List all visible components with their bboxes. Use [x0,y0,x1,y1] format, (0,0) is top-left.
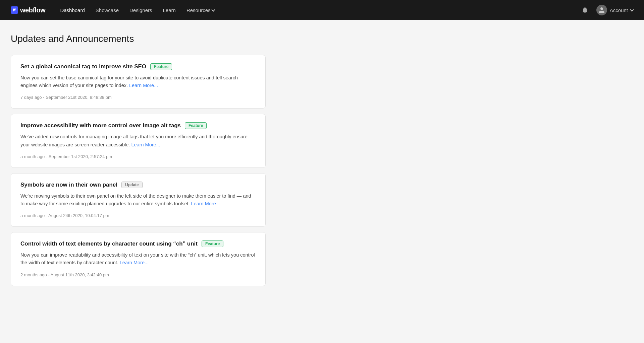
main-content: Updates and Announcements Set a global c… [0,20,302,299]
card-header-2: Improve accessibility with more control … [20,122,256,129]
learn-more-link-2[interactable]: Learn More... [131,142,160,147]
card-title-4: Control width of text elements by charac… [20,241,198,247]
card-timestamp-1: 7 days ago - September 21st 2020, 8:48:3… [20,95,112,100]
account-button[interactable]: Account [596,5,633,15]
webflow-logo-icon [11,6,18,14]
bell-icon [581,6,589,14]
learn-more-link-3[interactable]: Learn More... [191,201,220,206]
logo[interactable]: webflow [11,6,45,14]
nav-link-showcase[interactable]: Showcase [92,5,123,15]
avatar [596,5,607,15]
logo-text: webflow [20,6,45,14]
account-label: Account [610,7,628,13]
card-title-3: Symbols are now in their own panel [20,182,117,188]
card-timestamp-4: 2 months ago - August 11th 2020, 3:42:40… [20,272,109,277]
announcement-card-2: Improve accessibility with more control … [11,114,266,167]
card-body-3: We're moving symbols to their own panel … [20,192,256,208]
card-timestamp-3: a month ago - August 24th 2020, 10:04:17… [20,213,109,218]
page-title: Updates and Announcements [11,33,291,44]
badge-update-3: Update [121,182,143,188]
nav-link-resources[interactable]: Resources [182,5,219,15]
badge-feature-1: Feature [150,63,172,70]
card-title-1: Set a global canonical tag to improve si… [20,63,146,70]
account-chevron-icon [630,8,634,11]
nav-link-dashboard[interactable]: Dashboard [56,5,89,15]
nav-links: Dashboard Showcase Designers Learn Resou… [56,5,579,15]
badge-feature-2: Feature [185,122,207,129]
card-body-4: Now you can improve readability and acce… [20,251,256,267]
chevron-down-icon [211,8,215,11]
nav-right: Account [579,4,633,16]
announcement-card-1: Set a global canonical tag to improve si… [11,55,266,109]
badge-feature-4: Feature [202,241,223,247]
card-header-3: Symbols are now in their own panel Updat… [20,182,256,188]
card-title-2: Improve accessibility with more control … [20,122,181,129]
card-timestamp-2: a month ago - September 1st 2020, 2:57:2… [20,154,112,159]
nav-link-learn[interactable]: Learn [159,5,180,15]
resources-label: Resources [186,7,211,13]
card-body-1: Now you can set the base canonical tag f… [20,74,256,89]
card-body-2: We've added new controls for managing im… [20,133,256,148]
user-icon [598,7,605,13]
learn-more-link-1[interactable]: Learn More... [129,83,158,88]
announcement-card-4: Control width of text elements by charac… [11,232,266,286]
card-header-4: Control width of text elements by charac… [20,241,256,247]
learn-more-link-4[interactable]: Learn More... [120,260,149,265]
nav-link-designers[interactable]: Designers [125,5,156,15]
card-header-1: Set a global canonical tag to improve si… [20,63,256,70]
notification-bell-button[interactable] [579,4,591,16]
announcements-list: Set a global canonical tag to improve si… [11,55,291,286]
navbar: webflow Dashboard Showcase Designers Lea… [0,0,644,20]
announcement-card-3: Symbols are now in their own panel Updat… [11,173,266,227]
